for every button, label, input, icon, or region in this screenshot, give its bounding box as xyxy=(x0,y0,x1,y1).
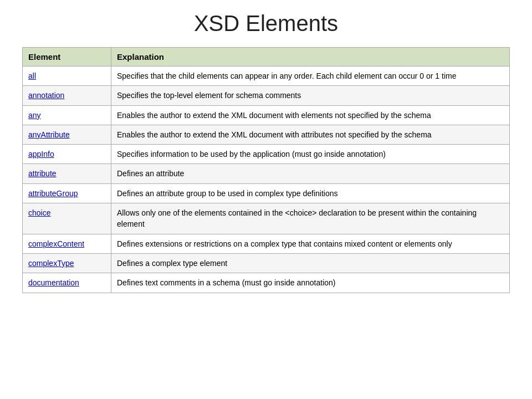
table-row: complexTypeDefines a complex type elemen… xyxy=(23,253,510,273)
xsd-elements-table: Element Explanation allSpecifies that th… xyxy=(22,47,510,293)
table-row: attributeDefines an attribute xyxy=(23,164,510,183)
element-link[interactable]: complexContent xyxy=(28,239,84,248)
explanation-cell: Defines a complex type element xyxy=(111,253,510,273)
element-cell: appInfo xyxy=(23,145,111,164)
explanation-cell: Enables the author to extend the XML doc… xyxy=(111,125,510,144)
table-row: attributeGroupDefines an attribute group… xyxy=(23,183,510,203)
explanation-cell: Specifies the top-level element for sche… xyxy=(111,86,510,105)
element-link[interactable]: attributeGroup xyxy=(28,189,78,198)
element-link[interactable]: attribute xyxy=(28,169,57,178)
element-cell: anyAttribute xyxy=(23,125,111,144)
element-cell: annotation xyxy=(23,86,111,105)
table-row: choiceAllows only one of the elements co… xyxy=(23,203,510,234)
page-title: XSD Elements xyxy=(22,11,510,36)
element-link[interactable]: choice xyxy=(28,208,50,217)
element-cell: any xyxy=(23,105,111,125)
element-link[interactable]: anyAttribute xyxy=(28,130,70,139)
element-link[interactable]: appInfo xyxy=(28,150,54,158)
element-cell: all xyxy=(23,66,111,86)
table-row: appInfoSpecifies information to be used … xyxy=(23,145,510,164)
element-cell: choice xyxy=(23,203,111,234)
explanation-cell: Specifies information to be used by the … xyxy=(111,145,510,164)
table-header-row: Element Explanation xyxy=(23,48,510,66)
element-cell: attribute xyxy=(23,164,111,183)
element-link[interactable]: annotation xyxy=(28,91,64,100)
element-cell: documentation xyxy=(23,273,111,293)
element-link[interactable]: all xyxy=(28,71,36,80)
element-link[interactable]: complexType xyxy=(28,259,74,268)
explanation-cell: Defines text comments in a schema (must … xyxy=(111,273,510,293)
table-row: allSpecifies that the child elements can… xyxy=(23,66,510,86)
explanation-cell: Defines extensions or restrictions on a … xyxy=(111,234,510,253)
table-row: anyAttributeEnables the author to extend… xyxy=(23,125,510,144)
element-link[interactable]: documentation xyxy=(28,278,79,287)
header-explanation: Explanation xyxy=(111,48,510,66)
element-cell: complexType xyxy=(23,253,111,273)
table-row: annotationSpecifies the top-level elemen… xyxy=(23,86,510,105)
header-element: Element xyxy=(23,48,111,66)
table-row: complexContentDefines extensions or rest… xyxy=(23,234,510,253)
explanation-cell: Enables the author to extend the XML doc… xyxy=(111,105,510,125)
table-row: documentationDefines text comments in a … xyxy=(23,273,510,293)
element-cell: attributeGroup xyxy=(23,183,111,203)
table-row: anyEnables the author to extend the XML … xyxy=(23,105,510,125)
explanation-cell: Allows only one of the elements containe… xyxy=(111,203,510,234)
explanation-cell: Defines an attribute xyxy=(111,164,510,183)
element-link[interactable]: any xyxy=(28,111,41,120)
element-cell: complexContent xyxy=(23,234,111,253)
explanation-cell: Defines an attribute group to be used in… xyxy=(111,183,510,203)
explanation-cell: Specifies that the child elements can ap… xyxy=(111,66,510,86)
